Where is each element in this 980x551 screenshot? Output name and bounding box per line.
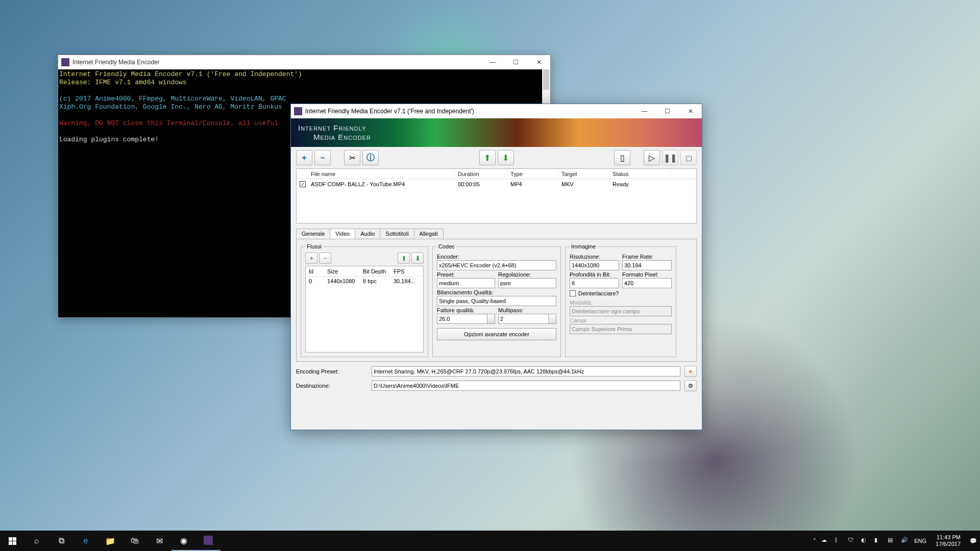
taskbar-explorer[interactable]: 📁: [98, 531, 122, 551]
task-view-button[interactable]: ⧉: [49, 531, 74, 551]
tab-generale[interactable]: Generale: [296, 229, 330, 239]
taskbar-ifme[interactable]: [196, 531, 220, 551]
taskbar-edge[interactable]: e: [74, 531, 98, 551]
tray-clock[interactable]: 11:43 PM 17/6/2017: [932, 534, 965, 547]
search-button[interactable]: ⌕: [24, 531, 49, 551]
col-status[interactable]: Status: [609, 171, 671, 177]
bitdepth-label: Profondità in Bit:: [570, 271, 619, 278]
tray-bluetooth-icon[interactable]: ᛒ: [835, 537, 843, 545]
preset-select[interactable]: [437, 278, 495, 288]
flussi-up-button[interactable]: ⬆: [398, 253, 410, 264]
arrow-down-icon: ⬇: [502, 153, 509, 163]
app-banner: Internet Friendly Media Encoder: [291, 118, 702, 147]
row-status: Ready: [609, 181, 671, 187]
move-up-button[interactable]: ⬆: [479, 150, 496, 165]
preset-favorite-button[interactable]: ★: [684, 366, 697, 377]
console-close-button[interactable]: ✕: [527, 55, 550, 69]
advanced-encoder-button[interactable]: Opzioni avanzate encoder: [437, 328, 556, 340]
tray-language[interactable]: ENG: [914, 538, 926, 544]
remove-file-button[interactable]: －: [314, 150, 331, 165]
bitdepth-select[interactable]: [570, 278, 619, 288]
play-button[interactable]: ▷: [644, 150, 660, 165]
tray-defender-icon[interactable]: 🛡: [848, 537, 856, 545]
risoluzione-select[interactable]: [570, 260, 619, 270]
col-target[interactable]: Target: [558, 171, 609, 177]
flussi-row[interactable]: 0 1440x1080 8 bpc 30.184...: [306, 277, 423, 286]
tools-icon: ✂: [349, 153, 356, 163]
flussi-col-bitdepth[interactable]: Bit Depth: [360, 268, 390, 274]
pause-button[interactable]: ❚❚: [662, 150, 678, 165]
flussi-down-button[interactable]: ⬇: [411, 253, 424, 264]
app-titlebar[interactable]: Internet Friendly Media Encoder v7.1 ('F…: [291, 104, 702, 118]
file-list[interactable]: File name Duration Type Target Status ✓ …: [296, 168, 697, 223]
app-icon: [294, 107, 302, 115]
flussi-col-id[interactable]: Id: [306, 268, 324, 274]
windows-logo-icon: [9, 537, 16, 545]
console-title-text: Internet Friendly Media Encoder: [72, 59, 160, 66]
flussi-remove-button[interactable]: －: [319, 253, 331, 264]
bilanciamento-select[interactable]: [437, 296, 556, 306]
star-icon: ★: [688, 368, 693, 375]
console-minimize-button[interactable]: —: [481, 55, 504, 69]
fattore-input[interactable]: [437, 314, 495, 324]
tab-sottotitoli[interactable]: Sottotitoli: [380, 229, 414, 239]
row-duration: 00:00:05: [455, 181, 507, 187]
multipass-input[interactable]: [498, 314, 556, 324]
row-checkbox[interactable]: ✓: [300, 181, 306, 187]
flussi-table[interactable]: Id Size Bit Depth FPS 0 1440x1080 8 bpc …: [305, 266, 424, 353]
add-file-button[interactable]: ＋: [296, 150, 312, 165]
encoder-select[interactable]: [437, 260, 556, 270]
deinterlace-checkbox[interactable]: [570, 290, 576, 296]
flussi-col-size[interactable]: Size: [324, 268, 360, 274]
taskbar-chrome[interactable]: ◉: [172, 531, 196, 551]
risoluzione-label: Risoluzione:: [570, 254, 619, 260]
ifme-icon: [204, 536, 213, 545]
tray-date: 17/6/2017: [936, 541, 961, 547]
tray-chevron-up-icon[interactable]: ˄: [813, 538, 816, 544]
tray-battery-icon[interactable]: ▮: [874, 537, 883, 545]
tray-onedrive-icon[interactable]: ☁: [821, 537, 829, 545]
pixelformat-select[interactable]: [622, 278, 672, 288]
tools-button[interactable]: ✂: [344, 150, 360, 165]
col-duration[interactable]: Duration: [455, 171, 507, 177]
deinterlace-label: Deinterlacciare?: [578, 290, 619, 296]
tab-allegati[interactable]: Allegati: [414, 229, 444, 239]
immagine-fieldset: Immagine Risoluzione: Frame Rate: Profon…: [565, 243, 676, 357]
multipass-label: Multipass:: [498, 307, 556, 313]
info-button[interactable]: ⓘ: [362, 150, 379, 165]
tray-notifications-icon[interactable]: 💬: [970, 538, 977, 544]
taskbar-mail[interactable]: ✉: [147, 531, 172, 551]
immagine-legend: Immagine: [570, 243, 597, 249]
folder-icon: 📁: [105, 536, 115, 546]
save-button[interactable]: ▯: [614, 150, 630, 165]
start-button[interactable]: [0, 531, 24, 551]
campi-label: Campi:: [570, 317, 672, 323]
tray-network-icon[interactable]: ▤: [888, 537, 896, 545]
app-maximize-button[interactable]: ☐: [656, 104, 679, 118]
encoding-preset-select[interactable]: [372, 366, 680, 377]
flussi-col-fps[interactable]: FPS: [390, 268, 421, 274]
stop-button[interactable]: ◻: [680, 150, 697, 165]
tray-app-icon[interactable]: ◐: [861, 537, 869, 545]
console-titlebar[interactable]: Internet Friendly Media Encoder — ☐ ✕: [58, 55, 550, 69]
taskbar[interactable]: ⌕ ⧉ e 📁 🛍 ✉ ◉ ˄ ☁ ᛒ 🛡 ◐ ▮ ▤ 🔊 ENG 11:43 …: [0, 531, 980, 551]
framerate-select[interactable]: [622, 260, 672, 270]
app-window: Internet Friendly Media Encoder v7.1 ('F…: [290, 104, 702, 430]
col-type[interactable]: Type: [507, 171, 558, 177]
browse-destination-button[interactable]: ⚙: [684, 380, 697, 391]
pixelformat-label: Formato Pixel:: [622, 271, 672, 278]
app-close-button[interactable]: ✕: [679, 104, 702, 118]
regolazione-select[interactable]: [498, 278, 556, 288]
move-down-button[interactable]: ⬇: [498, 150, 514, 165]
console-maximize-button[interactable]: ☐: [504, 55, 527, 69]
taskbar-store[interactable]: 🛍: [122, 531, 147, 551]
app-minimize-button[interactable]: —: [633, 104, 656, 118]
tab-video[interactable]: Video: [330, 229, 355, 239]
file-row[interactable]: ✓ ASDF COMP- BALLZ - YouTube.MP4 00:00:0…: [297, 179, 696, 189]
tab-audio[interactable]: Audio: [355, 229, 380, 239]
destinazione-input[interactable]: [372, 381, 680, 391]
task-view-icon: ⧉: [59, 536, 64, 545]
flussi-add-button[interactable]: ＋: [305, 253, 317, 264]
col-filename[interactable]: File name: [308, 171, 455, 177]
tray-volume-icon[interactable]: 🔊: [901, 537, 909, 545]
